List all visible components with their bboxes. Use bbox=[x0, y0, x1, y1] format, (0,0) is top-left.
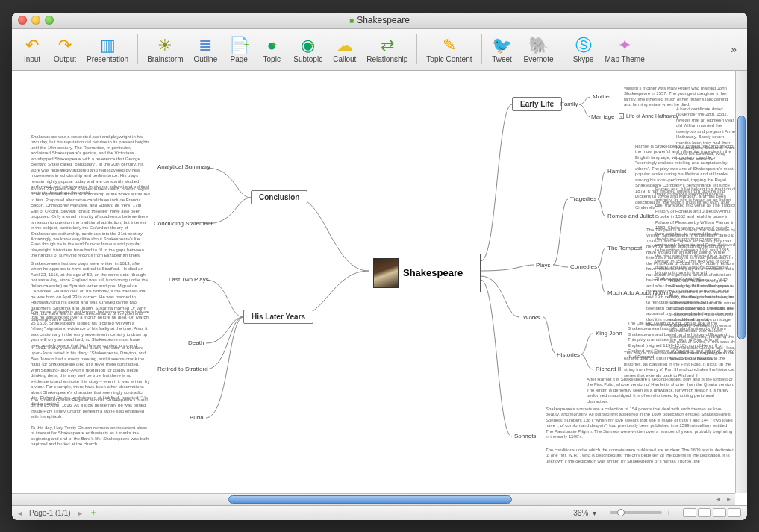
node-king-john[interactable]: King John bbox=[596, 330, 622, 337]
vertical-scrollbar[interactable] bbox=[735, 71, 747, 493]
node-tragedies[interactable]: Tragedies bbox=[570, 195, 596, 202]
zoom-value: 36% bbox=[573, 509, 588, 517]
shakespeare-portrait-icon bbox=[373, 258, 399, 288]
page-icon: 📄＋ bbox=[229, 36, 249, 55]
callout-button[interactable]: ☁Callout bbox=[328, 34, 360, 65]
node-mother[interactable]: Mother bbox=[593, 93, 611, 100]
node-richard[interactable]: Richard II bbox=[596, 366, 621, 372]
node-marriage[interactable]: Marriage bbox=[591, 113, 615, 120]
callout-icon: ☁ bbox=[337, 36, 353, 55]
node-works[interactable]: Works bbox=[523, 314, 540, 321]
relationship-button[interactable]: ⇄Relationship bbox=[362, 34, 412, 65]
outline-button[interactable]: ≣Outline bbox=[190, 34, 222, 65]
input-button[interactable]: ↶Input bbox=[16, 34, 48, 65]
topic-content-icon: ✎ bbox=[443, 36, 456, 55]
note-sonnets-1: Shakespeare's sonnets are a collection o… bbox=[546, 407, 736, 440]
subtopic-button[interactable]: ◉＋Subtopic bbox=[289, 34, 327, 65]
skype-button[interactable]: ⓈSkype bbox=[568, 34, 599, 65]
app-window: Shakespeare ↶Input ↷Output ▥Presentation… bbox=[12, 13, 747, 520]
node-later-years[interactable]: His Later Years bbox=[243, 310, 313, 324]
view-mode-3[interactable] bbox=[713, 508, 726, 517]
node-last-two-plays[interactable]: Last Two Plays bbox=[169, 276, 209, 283]
node-hamlet[interactable]: Hamlet bbox=[607, 168, 626, 175]
skype-icon: Ⓢ bbox=[575, 36, 592, 55]
output-button[interactable]: ↷Output bbox=[49, 34, 81, 65]
view-mode-2[interactable] bbox=[698, 508, 711, 517]
central-label: Shakespeare bbox=[403, 267, 463, 278]
scroll-right-icon[interactable]: ▸ bbox=[723, 494, 734, 504]
node-plays[interactable]: Plays bbox=[536, 262, 551, 269]
tweet-button[interactable]: 🐦Tweet bbox=[487, 34, 518, 65]
note-burial-1: The Stratford Parish Register records Sh… bbox=[31, 398, 150, 420]
map-theme-button[interactable]: ✦Map Theme bbox=[601, 34, 649, 65]
zoom-in-icon[interactable]: + bbox=[666, 509, 671, 517]
output-icon: ↷ bbox=[58, 36, 72, 55]
node-much-ado[interactable]: Much Ado About Nothing bbox=[607, 290, 673, 296]
node-comedies[interactable]: Comedies bbox=[570, 263, 597, 270]
brainstorm-button[interactable]: ☀Brainstorm bbox=[143, 34, 187, 65]
expand-icon[interactable]: + bbox=[619, 113, 624, 119]
note-after-hamlet: After Hamlet it is Shakespeare's second-… bbox=[587, 377, 736, 405]
scrollbar-thumb[interactable] bbox=[737, 116, 746, 339]
node-family[interactable]: Family bbox=[560, 101, 578, 107]
node-analytical-summary[interactable]: Analytical Summary bbox=[157, 163, 210, 170]
zoom-slider[interactable] bbox=[610, 511, 662, 514]
minimize-icon[interactable] bbox=[31, 16, 40, 25]
next-page-icon[interactable]: ▸ bbox=[78, 509, 82, 517]
note-richard: This play is sometimes classified as a t… bbox=[624, 351, 736, 379]
node-retired-stratford[interactable]: Retired to Stratford bbox=[157, 366, 208, 372]
topic-content-button[interactable]: ✎Topic Content bbox=[422, 34, 476, 65]
toolbar-separator bbox=[481, 34, 482, 64]
status-bar: ◂ Page-1 (1/1) ▸ ＋ 36% ▾ − + bbox=[12, 505, 747, 520]
scroll-left-icon[interactable]: ◂ bbox=[713, 494, 723, 504]
toolbar-overflow-icon[interactable]: » bbox=[725, 43, 743, 55]
topic-icon: ●＋ bbox=[267, 36, 277, 55]
node-death[interactable]: Death bbox=[188, 339, 204, 346]
view-mode-4[interactable] bbox=[728, 508, 741, 517]
node-sonnets[interactable]: Sonnets bbox=[514, 433, 536, 439]
node-anne-hathaway[interactable]: +Life of Anne Hathaway bbox=[619, 113, 678, 119]
maximize-icon[interactable] bbox=[45, 16, 54, 25]
relationship-icon: ⇄ bbox=[381, 36, 394, 55]
node-romeo[interactable]: Romeo and Juliet bbox=[607, 213, 654, 219]
node-burial[interactable]: Burial bbox=[190, 414, 204, 421]
prev-page-icon[interactable]: ◂ bbox=[18, 509, 22, 517]
toolbar-separator bbox=[416, 34, 417, 64]
view-mode-icons bbox=[683, 508, 741, 517]
window-title: Shakespeare bbox=[18, 15, 741, 25]
view-mode-1[interactable] bbox=[683, 508, 696, 517]
page-indicator[interactable]: Page-1 (1/1) bbox=[29, 509, 71, 517]
evernote-button[interactable]: 🐘Evernote bbox=[519, 34, 558, 65]
evernote-icon: 🐘 bbox=[528, 36, 549, 55]
node-concluding-statement[interactable]: Concluding Statement bbox=[154, 220, 213, 227]
horizontal-scrollbar[interactable]: ◂ ▸ bbox=[12, 493, 735, 505]
node-histories[interactable]: Histories bbox=[557, 351, 580, 358]
input-icon: ↶ bbox=[25, 36, 39, 55]
presentation-icon: ▥ bbox=[100, 36, 116, 55]
page-button[interactable]: 📄＋Page bbox=[223, 34, 254, 65]
central-topic[interactable]: Shakespeare bbox=[369, 254, 481, 292]
zoom-dropdown-icon[interactable]: ▾ bbox=[593, 509, 596, 517]
presentation-button[interactable]: ▥Presentation bbox=[82, 34, 133, 65]
toolbar-separator bbox=[137, 34, 138, 64]
node-conclusion[interactable]: Conclusion bbox=[251, 190, 307, 204]
mindmap-canvas[interactable]: Shakespeare Conclusion Analytical Summar… bbox=[12, 71, 747, 505]
zoom-knob[interactable] bbox=[617, 509, 625, 516]
node-early-life[interactable]: Early Life bbox=[512, 97, 562, 111]
zoom-out-icon[interactable]: − bbox=[601, 509, 605, 517]
toolbar-separator bbox=[563, 34, 563, 64]
scrollbar-thumb[interactable] bbox=[228, 495, 512, 504]
toolbar: ↶Input ↷Output ▥Presentation ☀Brainstorm… bbox=[12, 29, 747, 71]
map-theme-icon: ✦ bbox=[618, 36, 631, 55]
brainstorm-icon: ☀ bbox=[157, 36, 172, 55]
add-page-icon[interactable]: ＋ bbox=[90, 507, 97, 518]
window-controls bbox=[18, 16, 54, 25]
zoom-controls: 36% ▾ − + bbox=[573, 508, 741, 517]
note-mother: William's mother was Mary Arden who marr… bbox=[624, 86, 732, 108]
note-concluding-2: Amazingly, we know very little about Sha… bbox=[31, 237, 150, 259]
node-tempest[interactable]: The Tempest bbox=[607, 245, 642, 251]
close-icon[interactable] bbox=[18, 16, 27, 25]
note-sonnets-2: The conditions under which the sonnets w… bbox=[546, 448, 736, 465]
topic-button[interactable]: ●＋Topic bbox=[256, 34, 287, 65]
titlebar[interactable]: Shakespeare bbox=[12, 13, 747, 29]
